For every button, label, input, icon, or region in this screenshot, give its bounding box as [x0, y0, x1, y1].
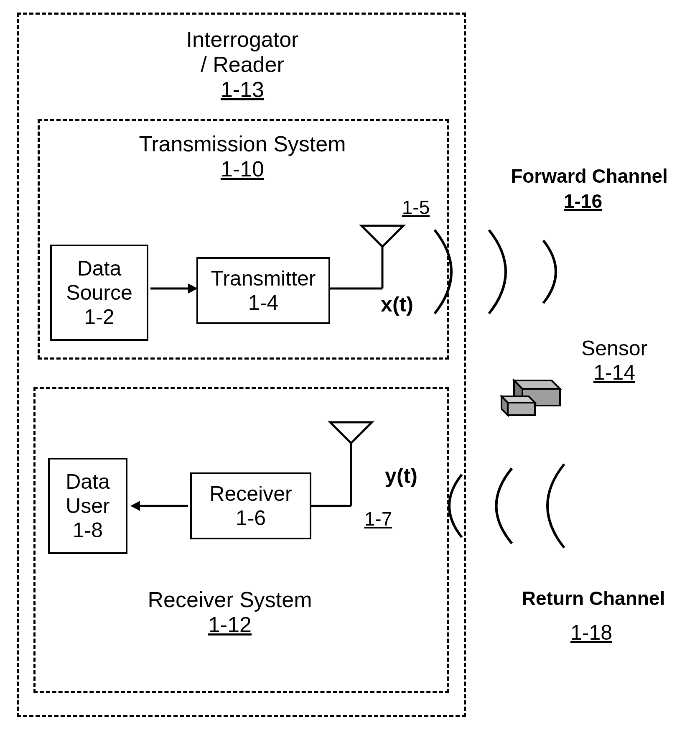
- data-user-ref: 1-8: [73, 518, 103, 542]
- sensor-label: Sensor: [560, 337, 669, 361]
- data-user-line1: Data: [66, 470, 110, 494]
- transmitter-ref: 1-4: [248, 291, 278, 315]
- data-source-block: Data Source 1-2: [50, 245, 148, 341]
- svg-marker-4: [361, 226, 403, 247]
- transmission-title: Transmission System: [113, 132, 372, 157]
- forward-channel-label: Forward Channel: [491, 165, 687, 187]
- interrogator-title-line1: Interrogator: [125, 27, 359, 52]
- transmission-ref: 1-10: [113, 157, 372, 182]
- tx-antenna-ref: 1-5: [395, 197, 437, 219]
- data-source-line2: Source: [66, 281, 132, 305]
- tx-antenna-icon: [357, 222, 407, 263]
- svg-marker-16: [330, 422, 372, 443]
- receiver-block: Receiver 1-6: [190, 472, 311, 539]
- svg-marker-13: [130, 501, 140, 511]
- forward-channel-ref: 1-16: [547, 190, 619, 212]
- return-channel-ref: 1-18: [556, 621, 627, 645]
- interrogator-title: Interrogator / Reader 1-13: [125, 27, 359, 102]
- svg-marker-10: [508, 403, 535, 415]
- receiver-label: Receiver: [209, 482, 292, 506]
- rx-antenna-icon: [326, 418, 376, 460]
- transmission-title-block: Transmission System 1-10: [113, 132, 372, 182]
- transmitter-label: Transmitter: [211, 266, 316, 291]
- sensor-ref: 1-14: [560, 361, 669, 385]
- receiver-system-ref: 1-12: [121, 613, 339, 638]
- interrogator-title-line2: / Reader: [125, 52, 359, 77]
- data-user-block: Data User 1-8: [48, 458, 127, 554]
- data-user-line2: User: [66, 494, 110, 518]
- transmitter-block: Transmitter 1-4: [196, 257, 330, 324]
- sensor-icon: [493, 372, 564, 426]
- rx-antenna-ref: 1-7: [357, 508, 399, 530]
- data-source-line1: Data: [77, 256, 122, 281]
- forward-waves-icon: [418, 222, 573, 322]
- receiver-system-title: Receiver System: [121, 587, 339, 613]
- sensor-label-block: Sensor 1-14: [560, 337, 669, 385]
- arrow-rx-to-du: [127, 493, 190, 518]
- rx-signal-label: y(t): [376, 464, 426, 488]
- receiver-system-title-block: Receiver System 1-12: [121, 587, 339, 638]
- arrow-ds-to-tx: [148, 276, 199, 301]
- return-channel-label: Return Channel: [497, 587, 690, 610]
- interrogator-ref: 1-13: [125, 77, 359, 102]
- tx-signal-label: x(t): [372, 293, 422, 317]
- data-source-ref: 1-2: [84, 305, 114, 329]
- receiver-ref: 1-6: [236, 506, 266, 530]
- diagram-canvas: Interrogator / Reader 1-13 Transmission …: [0, 0, 700, 730]
- return-waves-icon: [422, 456, 577, 556]
